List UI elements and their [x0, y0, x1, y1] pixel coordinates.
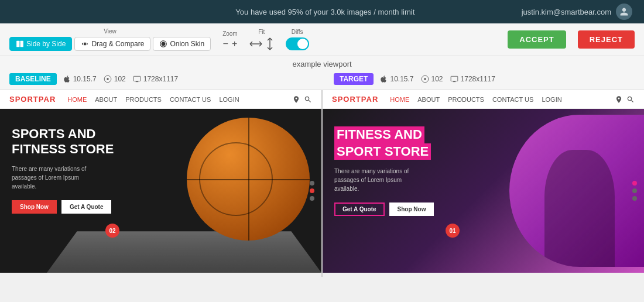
baseline-panel: SPORTPAR HOME ABOUT PRODUCTS CONTACT US … — [0, 90, 321, 277]
svg-rect-1 — [20, 41, 23, 47]
target-panel: SPORTPAR HOME ABOUT PRODUCTS CONTACT US … — [323, 90, 644, 277]
view-label: View — [104, 28, 117, 35]
fit-icons — [249, 37, 274, 50]
baseline-dot-3[interactable] — [310, 196, 314, 201]
svg-rect-7 — [451, 76, 458, 81]
baseline-hero-title: SPORTS AND FITNESS STORE — [12, 126, 114, 157]
zoom-in-button[interactable]: + — [232, 39, 237, 49]
baseline-os: 10.15.7 — [63, 75, 97, 83]
baseline-header: BASELINE 10.15.7 102 1728x1117 — [9, 73, 310, 85]
svg-rect-4 — [133, 76, 141, 81]
user-icon[interactable] — [616, 4, 632, 20]
target-resolution-text: 1728x1117 — [461, 75, 495, 83]
baseline-nav: SPORTPAR HOME ABOUT PRODUCTS CONTACT US … — [0, 90, 321, 109]
target-badge: TARGET — [334, 73, 374, 85]
baseline-nav-icons — [292, 95, 312, 104]
comparison-header: BASELINE 10.15.7 102 1728x1117 TARGET 10… — [0, 71, 644, 90]
baseline-dots: 102 — [104, 75, 126, 83]
fit-label: Fit — [258, 29, 265, 35]
baseline-resolution-text: 1728x1117 — [143, 75, 178, 83]
baseline-hero-content: SPORTS AND FITNESS STORE There are many … — [12, 126, 114, 214]
svg-point-6 — [424, 78, 426, 80]
target-nav-links: HOME ABOUT PRODUCTS CONTACT US LOGIN — [390, 96, 561, 103]
baseline-dot-2[interactable] — [310, 188, 314, 193]
target-nav-contact[interactable]: CONTACT US — [492, 96, 534, 103]
target-os: 10.15.7 — [379, 75, 413, 83]
svg-rect-0 — [16, 41, 19, 47]
target-logo: SPORTPAR — [332, 95, 378, 104]
target-slide-badge: 01 — [446, 224, 460, 238]
baseline-hero: SPORTS AND FITNESS STORE There are many … — [0, 109, 321, 273]
diffs-toggle[interactable] — [286, 37, 309, 50]
baseline-hero-buttons: Shop Now Get A Quote — [12, 200, 114, 214]
target-hero-content: FITNESS AND SPORT STORE There are many v… — [334, 126, 434, 216]
target-dot-2[interactable] — [632, 188, 637, 193]
target-dot-1[interactable] — [632, 181, 637, 186]
target-nav-home[interactable]: HOME — [390, 96, 409, 103]
target-quote-button[interactable]: Get A Quote — [334, 203, 385, 216]
view-buttons: Side by Side Drag & Compare Onion Skin — [9, 37, 211, 51]
target-nav-icons — [615, 95, 635, 104]
user-email: justin.kim@smartbear.com — [522, 8, 611, 16]
target-hero-buttons: Get A Quote Shop Now — [334, 203, 434, 216]
user-area: justin.kim@smartbear.com — [522, 4, 632, 20]
baseline-quote-button[interactable]: Get A Quote — [61, 200, 112, 214]
baseline-dot-1[interactable] — [310, 181, 314, 186]
comparison-area: SPORTPAR HOME ABOUT PRODUCTS CONTACT US … — [0, 90, 644, 277]
target-dot-3[interactable] — [632, 196, 637, 201]
target-nav: SPORTPAR HOME ABOUT PRODUCTS CONTACT US … — [323, 90, 644, 109]
baseline-nav-contact[interactable]: CONTACT US — [170, 96, 211, 103]
accept-button[interactable]: ACCEPT — [508, 30, 566, 49]
baseline-shop-button[interactable]: Shop Now — [12, 200, 57, 214]
baseline-nav-products[interactable]: PRODUCTS — [125, 96, 162, 103]
target-nav-products[interactable]: PRODUCTS — [448, 96, 484, 103]
view-group: View Side by Side Drag & Compare Onion S… — [9, 28, 211, 51]
baseline-nav-about[interactable]: ABOUT — [95, 96, 117, 103]
side-by-side-button[interactable]: Side by Side — [9, 37, 72, 51]
zoom-out-button[interactable]: − — [223, 39, 228, 49]
zoom-label: Zoom — [222, 30, 238, 37]
target-hero-title: FITNESS AND SPORT STORE — [334, 126, 434, 160]
target-nav-about[interactable]: ABOUT — [417, 96, 440, 103]
target-nav-login[interactable]: LOGIN — [542, 96, 561, 103]
baseline-meta: 10.15.7 102 1728x1117 — [63, 75, 178, 83]
toolbar: View Side by Side Drag & Compare Onion S… — [0, 23, 644, 56]
onion-skin-button[interactable]: Onion Skin — [153, 37, 211, 51]
target-dots: 102 — [421, 75, 443, 83]
baseline-nav-links: HOME ABOUT PRODUCTS CONTACT US LOGIN — [67, 96, 239, 103]
fit-group: Fit — [249, 29, 274, 50]
baseline-slide-badge: 02 — [105, 224, 119, 238]
svg-point-3 — [107, 78, 109, 80]
baseline-badge: BASELINE — [9, 73, 57, 85]
top-banner: You have used 95% of your 3.0k images / … — [0, 0, 644, 23]
usage-message: You have used 95% of your 3.0k images / … — [129, 8, 522, 16]
viewport-label: example viewport — [0, 56, 644, 71]
baseline-hero-text: There are many variations of passages of… — [12, 164, 105, 191]
target-meta: 10.15.7 102 1728x1117 — [379, 75, 495, 83]
baseline-nav-login[interactable]: LOGIN — [219, 96, 239, 103]
target-header: TARGET 10.15.7 102 1728x1117 — [322, 73, 635, 85]
reject-button[interactable]: REJECT — [578, 30, 635, 49]
baseline-nav-home[interactable]: HOME — [67, 96, 87, 103]
diffs-label: Diffs — [292, 29, 303, 35]
zoom-controls: − + — [223, 39, 238, 49]
drag-compare-button[interactable]: Drag & Compare — [74, 37, 150, 51]
diffs-group: Diffs — [286, 29, 309, 50]
baseline-ios: 10.15.7 — [73, 75, 97, 83]
target-hero: FITNESS AND SPORT STORE There are many v… — [323, 109, 644, 273]
target-shop-button[interactable]: Shop Now — [389, 203, 434, 216]
target-dots-count: 102 — [431, 75, 443, 83]
baseline-resolution: 1728x1117 — [133, 75, 178, 83]
target-ios: 10.15.7 — [390, 75, 413, 83]
target-dots-nav — [632, 181, 637, 201]
baseline-logo: SPORTPAR — [9, 95, 56, 104]
zoom-group: Zoom − + — [222, 30, 238, 49]
target-resolution: 1728x1117 — [450, 75, 495, 83]
baseline-dots-count: 102 — [114, 75, 126, 83]
viewport-text: example viewport — [292, 60, 351, 68]
baseline-dots-nav — [310, 181, 314, 201]
target-hero-text: There are many variations of passages of… — [334, 167, 428, 193]
